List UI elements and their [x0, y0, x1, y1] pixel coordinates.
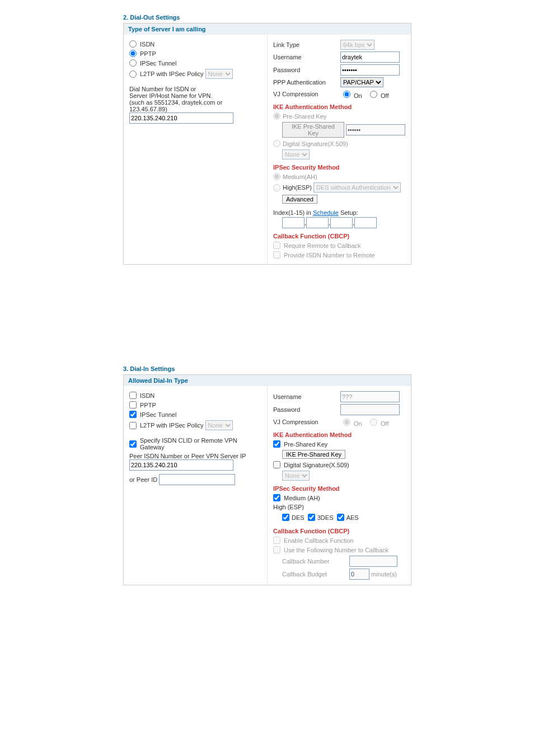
ike-digsig-radio[interactable]	[273, 140, 280, 147]
server-type-pptp-radio[interactable]	[129, 50, 137, 57]
dialin-username-input[interactable]	[340, 391, 400, 402]
dialin-ike-digsig[interactable]: Digital Signature(X.509)	[273, 461, 405, 468]
vj-on-radio[interactable]	[343, 91, 350, 98]
dialin-password-input[interactable]	[340, 404, 400, 415]
dialin-ike-psk-checkbox[interactable]	[273, 440, 280, 448]
link-type-select[interactable]: 64k bps	[340, 40, 374, 50]
link-type-label: Link Type	[273, 41, 340, 48]
ike-auth-heading: IKE Authentication Method	[273, 104, 405, 110]
dialin-cbcp-enable[interactable]: Enable Callback Function	[273, 537, 405, 544]
vj-off-radio[interactable]	[370, 91, 377, 98]
server-type-ipsec[interactable]: IPSec Tunnel	[129, 59, 261, 67]
dialout-table: Type of Server I am calling ISDN PPTP	[123, 23, 411, 265]
server-type-isdn-label: ISDN	[140, 41, 154, 48]
ipsec-high-radio[interactable]	[273, 184, 280, 191]
dial-number-input[interactable]	[129, 112, 233, 124]
username-input[interactable]	[340, 51, 400, 63]
dialin-ike-psk[interactable]: Pre-Shared Key	[273, 440, 405, 448]
schedule-input-1[interactable]	[282, 217, 305, 228]
schedule-suffix: Setup:	[340, 209, 358, 216]
dialin-des[interactable]: DES	[282, 514, 305, 521]
server-type-isdn-radio[interactable]	[129, 40, 137, 48]
dialin-pptp-label: PPTP	[140, 402, 156, 408]
ike-digsig-label: Digital Signature(X.509)	[283, 140, 348, 147]
dialin-l2tp-policy-select[interactable]: None	[205, 420, 233, 430]
server-type-l2tp[interactable]: L2TP with IPSec Policy None	[129, 69, 261, 79]
or-peer-input[interactable]	[159, 474, 235, 485]
dialin-aes-checkbox[interactable]	[337, 514, 344, 521]
specify-clid-checkbox[interactable]	[129, 440, 137, 448]
dialin-pptp-checkbox[interactable]	[129, 401, 137, 408]
dialin-cbcp-enable-checkbox[interactable]	[273, 537, 280, 544]
ppp-auth-label: PPP Authentication	[273, 79, 340, 86]
server-type-pptp[interactable]: PPTP	[129, 50, 261, 57]
schedule-input-4[interactable]	[354, 217, 377, 228]
dialin-l2tp-label: L2TP with IPSec Policy	[140, 422, 204, 429]
ppp-auth-select[interactable]: PAP/CHAP	[340, 77, 383, 87]
ike-psk-button[interactable]: IKE Pre-Shared Key	[282, 122, 344, 138]
dialin-cbcp-usenum-checkbox[interactable]	[273, 546, 280, 553]
dialin-vj-on[interactable]: On	[340, 420, 362, 427]
dialin-isdn-label: ISDN	[140, 392, 154, 399]
ipsec-medium-radio[interactable]	[273, 173, 280, 180]
peer-input[interactable]	[129, 459, 233, 471]
dialin-type-isdn[interactable]: ISDN	[129, 392, 261, 399]
schedule-input-2[interactable]	[306, 217, 329, 228]
advanced-button[interactable]: Advanced	[282, 195, 317, 204]
password-input[interactable]	[340, 64, 400, 76]
dialin-ipsec-medium[interactable]: Medium (AH)	[273, 494, 405, 501]
dialin-ike-digsig-select[interactable]: None	[282, 471, 310, 481]
dialin-ipsec-heading: IPSec Security Method	[273, 485, 405, 492]
dialin-des-checkbox[interactable]	[282, 514, 289, 521]
dialin-3des-label: 3DES	[317, 514, 334, 521]
ike-psk-radio[interactable]	[273, 112, 280, 120]
dialin-type-pptp[interactable]: PPTP	[129, 401, 261, 408]
cbcp-require-label: Require Remote to Callback	[284, 242, 361, 249]
cbcp-provide-checkbox[interactable]	[273, 251, 280, 259]
dialin-aes-label: AES	[346, 514, 359, 521]
cbcp-require-checkbox[interactable]	[273, 242, 280, 249]
dialin-ipsec-medium-checkbox[interactable]	[273, 494, 280, 501]
server-type-ipsec-radio[interactable]	[129, 59, 137, 67]
schedule-link[interactable]: Schedule	[313, 209, 339, 216]
dialin-ike-heading: IKE Authentication Method	[273, 431, 405, 438]
dialin-isdn-checkbox[interactable]	[129, 392, 137, 399]
dialin-cbcp-usenum[interactable]: Use the Following Number to Callback	[273, 546, 405, 553]
dial-label-3: (such as 5551234, draytek.com or 123.45.…	[129, 99, 261, 112]
dialin-vj-on-radio[interactable]	[343, 419, 350, 426]
ipsec-sec-heading: IPSec Security Method	[273, 164, 405, 171]
dialin-psk-button[interactable]: IKE Pre-Shared Key	[282, 450, 345, 459]
dialin-vj-off-radio[interactable]	[370, 419, 377, 426]
callback-budget-label: Callback Budget	[282, 571, 349, 577]
ike-psk-value[interactable]	[346, 124, 405, 135]
dialin-password-label: Password	[273, 406, 340, 413]
server-type-pptp-label: PPTP	[140, 50, 156, 57]
dialin-ike-digsig-checkbox[interactable]	[273, 461, 280, 468]
vj-on[interactable]: On	[340, 92, 362, 99]
dialin-aes[interactable]: AES	[337, 514, 359, 521]
dialin-ipsec-checkbox[interactable]	[129, 411, 137, 418]
dialin-type-ipsec[interactable]: IPSec Tunnel	[129, 411, 261, 418]
ipsec-high-label: High(ESP)	[283, 184, 312, 191]
dialin-3des-checkbox[interactable]	[308, 514, 315, 521]
schedule-input-3[interactable]	[330, 217, 353, 228]
dialin-3des[interactable]: 3DES	[308, 514, 334, 521]
specify-clid[interactable]: Specify ISDN CLID or Remote VPN Gateway	[129, 437, 261, 450]
callback-number-input[interactable]	[349, 556, 397, 567]
l2tp-policy-select[interactable]: None	[205, 69, 233, 79]
callback-budget-input[interactable]	[349, 569, 369, 580]
dialin-section-title: 3. Dial-In Settings	[123, 365, 411, 372]
dialin-vj-on-label: On	[354, 420, 362, 427]
dialin-ipsec-medium-label: Medium (AH)	[284, 495, 320, 501]
vj-off[interactable]: Off	[367, 92, 389, 99]
password-label: Password	[273, 67, 340, 73]
dialin-l2tp-checkbox[interactable]	[129, 422, 137, 429]
dialin-type-l2tp[interactable]: L2TP with IPSec Policy None	[129, 420, 261, 430]
ike-digsig-select[interactable]: None	[282, 149, 310, 159]
peer-label: Peer ISDN Number or Peer VPN Server IP	[129, 453, 261, 459]
server-type-isdn[interactable]: ISDN	[129, 40, 261, 48]
dialin-vj-off[interactable]: Off	[367, 420, 389, 427]
ipsec-high-select[interactable]: DES without Authentication	[313, 182, 401, 192]
server-type-l2tp-radio[interactable]	[129, 71, 137, 78]
dialout-section-title: 2. Dial-Out Settings	[123, 14, 411, 21]
